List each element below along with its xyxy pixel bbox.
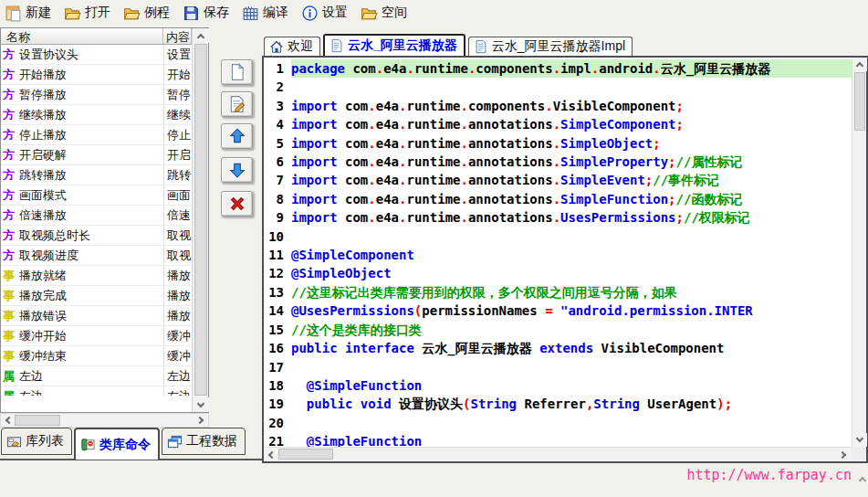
code-line: 18 @SimpleFunction (264, 376, 852, 395)
tab-file-player[interactable]: 云水_阿里云播放器 (323, 34, 465, 56)
scroll-up-arrow-icon[interactable] (193, 28, 209, 43)
scrollbar-thumb[interactable] (15, 415, 60, 426)
move-up-button[interactable] (221, 123, 253, 149)
row-name: 播放完成 (16, 288, 163, 304)
tab-welcome[interactable]: 欢迎 (264, 37, 320, 56)
table-row[interactable]: 事播放错误播放 (1, 306, 192, 326)
tab-label: 类库命令 (99, 437, 151, 453)
row-name: 左边 (16, 368, 163, 385)
row-name: 播放就绪 (16, 268, 163, 284)
code-editor[interactable]: 1package com.e4a.runtime.components.impl… (262, 56, 868, 463)
row-content: 播放 (163, 266, 192, 285)
row-name: 缓冲结束 (16, 348, 163, 365)
column-header-name[interactable]: 名称 (1, 28, 163, 44)
row-type-marker: 方 (1, 127, 16, 143)
code-line: 4import com.e4a.runtime.annotations.Simp… (264, 115, 852, 133)
row-name: 继续播放 (16, 107, 163, 123)
column-header-content[interactable]: 内容 (163, 28, 192, 44)
table-row[interactable]: 方停止播放停止 (1, 125, 192, 145)
move-down-button[interactable] (221, 157, 253, 183)
row-name: 开启硬解 (16, 147, 163, 164)
table-row[interactable]: 方开始播放开始 (1, 65, 192, 85)
code-area[interactable]: 1package com.e4a.runtime.components.impl… (264, 58, 852, 447)
examples-button[interactable]: 例程 (123, 5, 170, 22)
scroll-down-arrow-icon[interactable] (852, 433, 867, 447)
compile-button[interactable]: 编译 (242, 5, 288, 22)
save-button[interactable]: 保存 (183, 5, 229, 22)
code-line: 15//这个是类库的接口类 (264, 321, 852, 339)
code-line: 7import com.e4a.runtime.annotations.Simp… (264, 171, 852, 189)
table-row[interactable]: 方画面模式画面 (1, 185, 192, 206)
scroll-down-arrow-icon[interactable] (193, 397, 209, 412)
table-row[interactable]: 方继续播放继续 (1, 105, 192, 125)
edit-item-button[interactable] (221, 91, 253, 117)
table-row[interactable]: 方取视频进度取视 (1, 246, 192, 266)
add-item-button[interactable] (221, 59, 253, 85)
toolbar-button-label: 新建 (26, 5, 51, 21)
row-content: 左边 (163, 366, 192, 386)
farpay-link[interactable]: http://www.farpay.cn (274, 467, 852, 483)
code-line: 10 (264, 227, 852, 246)
table-row[interactable]: 属左边左边 (1, 366, 192, 386)
row-type-marker: 方 (1, 227, 16, 244)
table-row[interactable]: 事播放完成播放 (1, 286, 192, 306)
table-row[interactable]: 事播放就绪播放 (1, 266, 192, 286)
tab-file-player-impl[interactable]: 云水_阿里云播放器Impl (468, 37, 633, 56)
save-icon (183, 5, 200, 22)
table-row[interactable]: 方开启硬解开启 (1, 145, 192, 165)
tab-library-list[interactable]: 库列表 (1, 428, 72, 455)
line-number: 4 (264, 115, 291, 133)
line-number: 16 (264, 339, 291, 357)
library-list-icon (6, 434, 22, 449)
table-row[interactable]: 事缓冲开始缓冲 (1, 326, 192, 346)
scroll-right-arrow-icon[interactable] (194, 414, 207, 427)
code-text: import com.e4a.runtime.annotations.Simpl… (291, 190, 852, 208)
open-button[interactable]: 打开 (64, 5, 110, 22)
scroll-up-arrow-icon[interactable] (860, 471, 865, 487)
code-line: 14@UsesPermissions(permissionNames = "an… (264, 301, 852, 320)
row-name: 取视频进度 (16, 248, 163, 264)
delete-item-button[interactable] (221, 191, 253, 217)
code-text: import com.e4a.runtime.components.Visibl… (291, 97, 852, 115)
new-button[interactable]: 新建 (5, 5, 51, 22)
table-vertical-scrollbar[interactable] (192, 28, 208, 412)
scrollbar-thumb[interactable] (194, 44, 207, 396)
workspace-button[interactable]: 空间 (361, 5, 407, 22)
tab-label: 库列表 (26, 433, 64, 449)
editor-tabs: 欢迎云水_阿里云播放器云水_阿里云播放器Impl (264, 34, 635, 56)
scrollbar-thumb[interactable] (278, 449, 333, 460)
table-horizontal-scrollbar[interactable] (0, 413, 209, 428)
table-row[interactable]: 方取视频总时长取视 (1, 226, 192, 246)
tab-class-commands[interactable]: 类库命令 (74, 428, 160, 460)
code-line: 5import com.e4a.runtime.annotations.Simp… (264, 134, 852, 153)
tab-project-data[interactable]: 工程数据 (162, 428, 246, 455)
code-line: 19 public void 设置协议头(String Referrer,Str… (264, 395, 852, 413)
line-number: 2 (264, 78, 291, 96)
row-name: 画面模式 (16, 187, 163, 204)
code-text: import com.e4a.runtime.annotations.Simpl… (291, 171, 852, 189)
tab-label: 工程数据 (186, 433, 237, 449)
code-text: import com.e4a.runtime.annotations.UsesP… (291, 208, 852, 227)
table-row[interactable]: 属左边左边 (1, 386, 192, 396)
row-name: 暂停播放 (16, 87, 163, 103)
table-row[interactable]: 方暂停播放暂停 (1, 85, 192, 105)
code-line: 16public interface 云水_阿里云播放器 extends Vis… (264, 339, 852, 357)
editor-vertical-scrollbar[interactable] (852, 58, 866, 447)
editor-horizontal-scrollbar[interactable] (264, 447, 852, 461)
code-text (291, 78, 852, 96)
table-row[interactable]: 方跳转播放跳转 (1, 165, 192, 185)
open-folder-icon (64, 5, 81, 22)
scroll-left-arrow-icon[interactable] (1, 414, 14, 427)
table-row[interactable]: 方倍速播放倍速 (1, 206, 192, 226)
table-row[interactable]: 事缓冲结束缓冲 (1, 346, 192, 366)
scroll-left-arrow-icon[interactable] (264, 448, 277, 461)
settings-button[interactable]: 设置 (301, 5, 348, 22)
scroll-right-arrow-icon[interactable] (837, 448, 851, 461)
code-line: 11@SimpleComponent (264, 246, 852, 264)
row-name: 缓冲开始 (16, 328, 163, 344)
line-number: 11 (264, 246, 291, 264)
scroll-up-arrow-icon[interactable] (852, 58, 867, 71)
row-type-marker: 事 (1, 328, 16, 344)
scrollbar-thumb[interactable] (854, 72, 865, 131)
table-row[interactable]: 方设置协议头设置 (1, 45, 192, 65)
